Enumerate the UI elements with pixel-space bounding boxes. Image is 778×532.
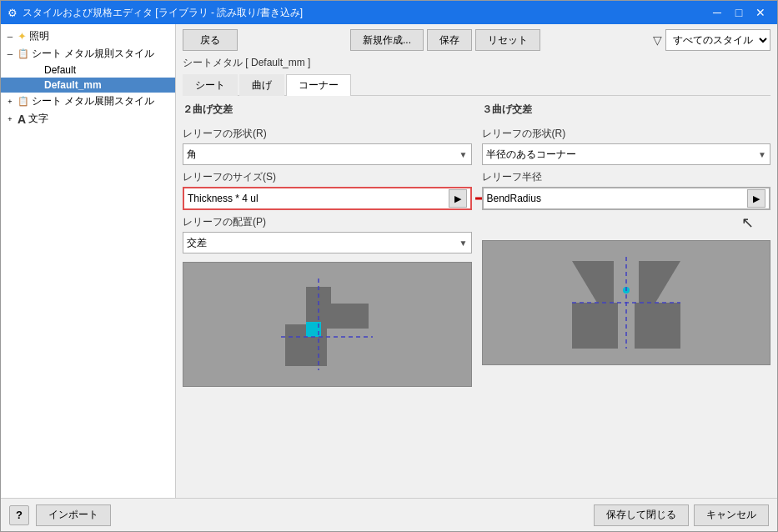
expand-text-icon: +: [4, 113, 16, 125]
main-content: ２曲げ交差 レリーフの形状(R) 角 ▼ レリーフのサイズ(S) Thickne…: [183, 103, 770, 493]
style-dropdown[interactable]: すべてのスタイル: [665, 29, 770, 51]
svg-rect-9: [635, 303, 680, 349]
help-button[interactable]: ?: [9, 505, 29, 525]
toolbar-left: 戻る: [183, 29, 238, 51]
window-title: スタイルおよび規格エディタ [ライブラリ - 読み取り/書き込み]: [23, 6, 303, 20]
relief-size-label: レリーフのサイズ(S): [183, 170, 472, 184]
relief-size-wrapper: Thickness * 4 ul ▶: [183, 187, 472, 210]
reset-button[interactable]: リセット: [475, 29, 540, 51]
save-close-button[interactable]: 保存して閉じる: [594, 504, 689, 526]
preview-right-svg: [568, 248, 685, 357]
tree-label-default: Default: [44, 64, 76, 76]
chevron-down-icon-left: ▼: [459, 150, 468, 159]
import-button[interactable]: インポート: [36, 504, 111, 526]
tree-item-text[interactable]: + A 文字: [1, 110, 175, 128]
text-icon: A: [18, 113, 26, 126]
relief-placement-label: レリーフの配置(P): [183, 215, 472, 229]
formula-btn-size[interactable]: ▶: [449, 189, 467, 208]
title-bar-controls: ─ □ ✕: [707, 4, 770, 21]
tree-item-sheet-metal-expand[interactable]: + 📋 シート メタル展開スタイル: [1, 93, 175, 110]
toolbar-center: 新規作成... 保存 リセット: [350, 29, 540, 51]
chevron-down-icon-right: ▼: [758, 150, 766, 159]
tree-label-default-mm: Default_mm: [44, 79, 102, 91]
toolbar-right: ▽ すべてのスタイル: [653, 29, 770, 51]
formula-btn-radius[interactable]: ▶: [747, 189, 765, 208]
bottom-bar: ? インポート 保存して閉じる キャンセル: [1, 498, 777, 531]
tree-label-sheet-metal-rule: シート メタル規則スタイル: [32, 47, 154, 61]
title-bar: ⚙ スタイルおよび規格エディタ [ライブラリ - 読み取り/書き込み] ─ □ …: [1, 1, 777, 24]
relief-shape-label-right: レリーフの形状(R): [482, 127, 771, 141]
toolbar-row: 戻る 新規作成... 保存 リセット ▽ すべてのスタイル: [183, 29, 770, 51]
relief-size-field[interactable]: Thickness * 4 ul ▶: [183, 187, 472, 210]
expand-default-icon: [31, 64, 43, 76]
tree-item-default[interactable]: Default: [1, 63, 175, 78]
bottom-left: ? インポート: [9, 504, 111, 526]
tab-corner[interactable]: コーナー: [286, 74, 351, 96]
tab-bend[interactable]: 曲げ: [239, 74, 284, 96]
section-3-bend: ３曲げ交差 レリーフの形状(R) 半径のあるコーナー ▼ レリーフ半径 Bend…: [482, 103, 771, 493]
relief-shape-select-left[interactable]: 角 ▼: [183, 143, 472, 165]
svg-rect-5: [331, 304, 369, 329]
section-3-bend-title: ３曲げ交差: [482, 103, 771, 117]
svg-marker-11: [639, 261, 680, 303]
main-window: ⚙ スタイルおよび規格エディタ [ライブラリ - 読み取り/書き込み] ─ □ …: [0, 0, 778, 532]
relief-radius-field[interactable]: BendRadius ▶: [482, 187, 771, 210]
cursor-area: ↖: [482, 213, 755, 232]
preview-left: [183, 262, 472, 387]
minimize-button[interactable]: ─: [707, 4, 727, 21]
section-2-bend-title: ２曲げ交差: [183, 103, 472, 117]
tree-item-default-mm[interactable]: Default_mm: [1, 78, 175, 93]
expand-sheet-metal-expand-icon: +: [4, 96, 16, 108]
tab-sheet[interactable]: シート: [183, 74, 238, 96]
relief-radius-label: レリーフ半径: [482, 170, 771, 184]
filter-icon: ▽: [653, 33, 662, 47]
cancel-button[interactable]: キャンセル: [694, 504, 769, 526]
relief-shape-label-left: レリーフの形状(R): [183, 127, 472, 141]
preview-right: [482, 240, 771, 365]
tabs-row: シート 曲げ コーナー: [183, 73, 770, 96]
lighting-icon: ✦: [18, 30, 27, 43]
preview-area-right: [482, 240, 771, 365]
tree-label-sheet-metal-expand: シート メタル展開スタイル: [32, 94, 154, 108]
preview-left-svg: [277, 270, 377, 379]
chevron-down-icon-placement: ▼: [459, 238, 468, 248]
tree-item-lighting[interactable]: ─ ✦ 照明: [1, 28, 175, 45]
expand-default-mm-icon: [31, 79, 43, 91]
relief-placement-select[interactable]: 交差 ▼: [183, 232, 472, 253]
mouse-cursor-icon: ↖: [741, 213, 754, 232]
svg-rect-8: [572, 303, 618, 349]
tree-label-text: 文字: [28, 112, 48, 126]
right-panel: 戻る 新規作成... 保存 リセット ▽ すべてのスタイル シートメタル [ D…: [176, 24, 777, 498]
save-button[interactable]: 保存: [427, 29, 472, 51]
section-2-bend: ２曲げ交差 レリーフの形状(R) 角 ▼ レリーフのサイズ(S) Thickne…: [183, 103, 472, 493]
content-area: ─ ✦ 照明 ─ 📋 シート メタル規則スタイル Default Default…: [1, 24, 777, 498]
maximize-button[interactable]: □: [729, 4, 749, 21]
tree-panel: ─ ✦ 照明 ─ 📋 シート メタル規則スタイル Default Default…: [1, 24, 176, 498]
breadcrumb: シートメタル [ Default_mm ]: [183, 56, 770, 70]
back-button[interactable]: 戻る: [183, 29, 238, 51]
relief-shape-select-right[interactable]: 半径のあるコーナー ▼: [482, 143, 771, 165]
tree-label-lighting: 照明: [29, 29, 49, 43]
bottom-right: 保存して閉じる キャンセル: [594, 504, 769, 526]
sheet-metal-expand-icon: 📋: [18, 96, 29, 107]
expand-lighting-icon: ─: [4, 31, 16, 43]
app-icon: ⚙: [8, 7, 18, 19]
sheet-metal-rule-icon: 📋: [18, 48, 29, 59]
new-button[interactable]: 新規作成...: [350, 29, 424, 51]
close-button[interactable]: ✕: [750, 4, 770, 21]
title-bar-left: ⚙ スタイルおよび規格エディタ [ライブラリ - 読み取り/書き込み]: [8, 6, 303, 20]
expand-sheet-metal-rule-icon: ─: [4, 48, 16, 60]
svg-marker-10: [572, 261, 614, 303]
preview-area-left: [183, 262, 472, 387]
tree-item-sheet-metal-rule[interactable]: ─ 📋 シート メタル規則スタイル: [1, 45, 175, 63]
